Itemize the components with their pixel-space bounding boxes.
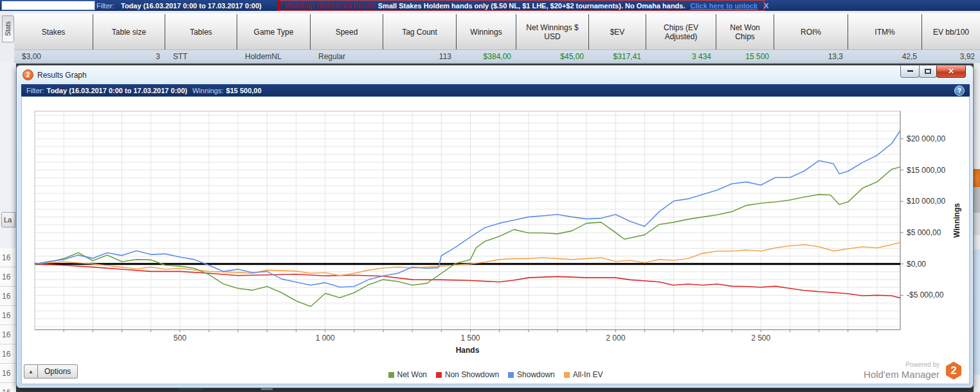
cell-ev: $317,41 — [589, 50, 646, 63]
background-row: 16 — [0, 248, 16, 267]
powered-by-branding: Powered by Hold'em Manager 2 — [864, 361, 963, 380]
warning-message: Small Stakes Holdem hands only ($.50 NL,… — [378, 2, 685, 10]
search-input[interactable] — [1, 1, 95, 10]
background-fragment — [974, 187, 980, 213]
filter-value: Today (16.03.2017 0:00 to 17.03.2017 0:0… — [121, 2, 262, 10]
cell-game-type: HoldemNL — [237, 50, 311, 63]
table-row[interactable]: $3,003STTHoldemNLRegular113$384,00$45,00… — [14, 49, 980, 64]
cell-tag-count: 113 — [383, 50, 457, 63]
series-net-won — [35, 167, 900, 307]
background-left-strip: La 1616161616161616 — [0, 63, 16, 392]
options-label: Options — [38, 364, 78, 379]
graph-filter-bar: Filter: Today (16.03.2017 0:00 to 17.03.… — [21, 84, 970, 96]
window-controls: ✕ — [901, 66, 966, 78]
column-header-net-winnings-usd[interactable]: Net Winnings $ USD — [516, 14, 589, 50]
background-row: 16 — [0, 383, 16, 392]
results-graph-window: 2 Results Graph ✕ Filter: Today (16.03.2… — [16, 65, 974, 388]
maximize-button[interactable] — [919, 66, 937, 78]
y-tick-label: $0,00 — [907, 260, 926, 269]
warning-title: Warning: Restricted Hands — [284, 2, 375, 10]
y-tick-label: $15 000,00 — [907, 166, 945, 175]
stats-header-row: StakesTable sizeTablesGame TypeSpeedTag … — [14, 13, 980, 50]
legend-label: Showdown — [517, 370, 555, 379]
x-tick-label: 1 500 — [461, 334, 480, 343]
column-header-stakes[interactable]: Stakes — [14, 14, 93, 50]
cell-ev-bb-100: 3,92 — [922, 50, 980, 63]
background-row: 16 — [0, 325, 16, 344]
stats-table-area: Stats StakesTable sizeTablesGame TypeSpe… — [0, 11, 980, 64]
stats-side-tab[interactable]: Stats — [2, 15, 14, 42]
background-orange-fragment — [974, 169, 980, 187]
graph-filter-value: Today (16.03.2017 0:00 to 17.03.2017 0:0… — [47, 87, 188, 94]
legend-item-net-won: Net Won — [388, 370, 427, 379]
chart-legend: Net WonNon ShowdownShowdownAll-In EV — [22, 370, 969, 379]
background-row-list: 1616161616161616 — [0, 248, 16, 392]
column-header-table-size[interactable]: Table size — [93, 14, 165, 50]
options-button[interactable]: ▲ Options — [24, 364, 78, 379]
column-header-ev[interactable]: $EV — [589, 14, 646, 50]
background-right-strip — [974, 63, 980, 392]
top-filter-bar: Filter: Today (16.03.2017 0:00 to 17.03.… — [0, 0, 980, 11]
minimize-icon — [907, 70, 913, 73]
cell-chips-ev-adjusted: 3 434 — [646, 50, 716, 63]
legend-swatch-icon — [508, 372, 514, 378]
x-tick-label: 2 000 — [606, 334, 625, 343]
column-header-roi[interactable]: ROI% — [774, 14, 848, 50]
minimize-button[interactable] — [900, 66, 920, 78]
background-row: 16 — [0, 344, 16, 364]
legend-item-non-showdown: Non Showdown — [436, 370, 499, 379]
graph-filter-label: Filter: — [26, 87, 44, 94]
column-header-net-won-chips[interactable]: Net Won Chips — [716, 14, 774, 50]
powered-by-text: Powered by — [864, 361, 939, 369]
background-fragment — [974, 213, 980, 235]
warning-banner: Warning: Restricted Hands Small Stakes H… — [278, 0, 765, 11]
legend-swatch-icon — [564, 372, 570, 378]
cell-net-won-chips: 15 500 — [716, 50, 774, 63]
legend-item-showdown: Showdown — [508, 370, 555, 379]
column-header-speed[interactable]: Speed — [311, 14, 383, 50]
legend-label: Net Won — [397, 370, 427, 379]
close-button[interactable]: ✕ — [936, 66, 966, 78]
results-chart: 5001 0001 5002 0002 500$20 000,00$15 000… — [22, 97, 969, 355]
column-header-ev-bb-100[interactable]: EV bb/100 — [922, 14, 980, 50]
brand-name: Hold'em Manager — [864, 369, 939, 380]
help-button[interactable]: ? — [954, 85, 965, 96]
legend-swatch-icon — [388, 372, 394, 378]
background-row: 16 — [0, 267, 16, 287]
hm2-hexagon-logo-icon: 2 — [945, 362, 963, 380]
cell-table-size: 3 — [93, 50, 165, 63]
window-titlebar[interactable]: 2 Results Graph — [17, 66, 973, 84]
x-tick-label: 2 500 — [751, 334, 770, 343]
graph-winnings-label: Winnings: — [192, 87, 223, 94]
column-header-winnings[interactable]: Winnings — [457, 14, 516, 50]
column-header-tables[interactable]: Tables — [165, 14, 237, 50]
screen: Filter: Today (16.03.2017 0:00 to 17.03.… — [0, 0, 980, 392]
graph-content: 5001 0001 5002 0002 500$20 000,00$15 000… — [21, 96, 970, 384]
cell-roi: 13,3 — [774, 50, 848, 63]
x-tick-label: 500 — [174, 334, 186, 343]
column-header-itm[interactable]: ITM% — [848, 14, 922, 50]
column-header-tag-count[interactable]: Tag Count — [383, 14, 457, 50]
cell-net-winnings-usd: $45,00 — [516, 50, 589, 63]
chevron-up-icon: ▲ — [24, 364, 38, 379]
y-tick-label: $5 000,00 — [907, 228, 941, 237]
hm2-logo-icon: 2 — [23, 69, 33, 80]
column-header-chips-ev-adjusted[interactable]: Chips (EV Adjusted) — [646, 14, 716, 50]
warning-close-button[interactable]: X — [764, 2, 768, 10]
unlock-link[interactable]: Click here to unlock — [691, 2, 758, 10]
close-icon: ✕ — [948, 67, 954, 75]
cell-winnings: $384,00 — [457, 50, 516, 63]
y-tick-label: -$5 000,00 — [907, 290, 944, 299]
background-scrollbar-fragment — [974, 249, 980, 375]
legend-swatch-icon — [436, 372, 442, 378]
background-side-tab[interactable]: La — [1, 212, 15, 227]
series-all-in-ev — [35, 242, 900, 275]
cell-stakes: $3,00 — [14, 50, 93, 63]
cell-tables: STT — [165, 50, 237, 63]
graph-winnings-value: $15 500,00 — [226, 87, 262, 94]
x-axis-title: Hands — [456, 346, 480, 355]
background-row: 16 — [0, 306, 16, 325]
filter-label: Filter: — [96, 2, 114, 10]
column-header-game-type[interactable]: Game Type — [237, 14, 311, 50]
legend-label: Non Showdown — [445, 370, 499, 379]
